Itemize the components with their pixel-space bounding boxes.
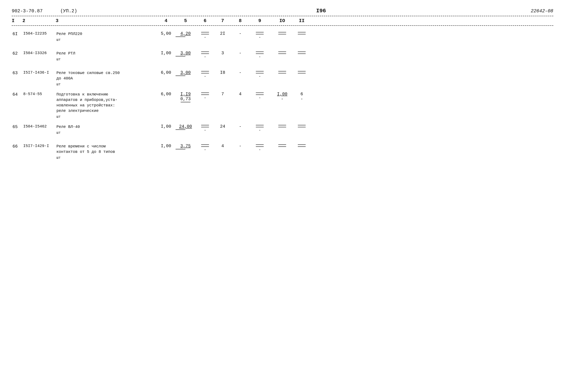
eq-sign	[256, 92, 264, 96]
unit-label: шт	[56, 114, 156, 119]
col6-val: -	[196, 51, 214, 59]
table-row: 66 I5I7-I429-I Реле времени с числомконт…	[12, 140, 553, 162]
col7-val: 2I	[214, 31, 231, 36]
col8-val: -	[231, 31, 249, 36]
col5-val: 3,00	[175, 51, 196, 56]
unit-label: шт	[56, 57, 156, 62]
col7-val: 7	[214, 92, 231, 97]
col10-val	[270, 31, 294, 35]
col-header-9: 9	[249, 18, 270, 23]
col-header-1: I	[12, 18, 22, 23]
col-header-10: IO	[270, 18, 294, 23]
table-row: 65 I504-I5462 Реле ВЛ-40 шт I,00 24,00 -…	[12, 121, 553, 140]
col7-val: I8	[214, 70, 231, 75]
eq-sign	[271, 144, 293, 148]
col-header-6: 6	[196, 18, 214, 23]
col9-val: -	[249, 51, 270, 59]
row-desc: Подготовка к включениюаппаратов и прибор…	[56, 92, 157, 119]
row-num: 6I	[12, 31, 22, 37]
col9-val: -	[249, 144, 270, 152]
col6-val: -	[196, 31, 214, 40]
col-header-3: 3	[56, 18, 157, 23]
header-left-code: 902-3-70.87	[12, 8, 42, 14]
col-header-5: 5	[175, 18, 196, 23]
col11-val	[294, 70, 310, 74]
eq-sign	[271, 124, 293, 128]
row-num: 65	[12, 124, 22, 129]
col5-val: 3,75	[175, 144, 196, 149]
row-id: I5I7-I436-I	[22, 70, 56, 75]
eq-sign	[295, 70, 309, 74]
row-id: I504-I2235	[22, 31, 56, 36]
row-id: I5I7-I429-I	[22, 144, 56, 148]
col6-val: -	[196, 92, 214, 100]
data-table: 6I I504-I2235 Реле РПЛ220 шт 5,00 4,20 -…	[12, 28, 553, 162]
col10-val	[270, 144, 294, 148]
col11-val	[294, 144, 310, 148]
col5-val: 4,20	[175, 31, 196, 37]
eq-sign	[201, 144, 209, 148]
col-header-8: 8	[231, 18, 249, 23]
col-header-4: 4	[157, 18, 175, 23]
eq-sign	[295, 51, 309, 55]
eq-sign	[271, 70, 293, 74]
eq-sign	[271, 51, 293, 55]
eq-sign	[256, 124, 264, 128]
col8-val: -	[231, 124, 249, 129]
col4-val: 5,00	[157, 31, 175, 36]
row-desc: Реле времени с числомконтактов от 5 до 8…	[56, 144, 157, 160]
col4-val: I,00	[157, 124, 175, 129]
eq-sign	[295, 31, 309, 35]
unit-label: шт	[56, 82, 156, 87]
col-header-11: II	[294, 18, 310, 23]
unit-label: шт	[56, 155, 156, 160]
eq-sign	[201, 51, 209, 55]
column-headers: I 2 3 4 5 6 7 8 9 IO II	[12, 16, 553, 26]
col10-val	[270, 124, 294, 128]
col8-val: -	[231, 70, 249, 75]
row-id: I504-I3326	[22, 51, 56, 55]
col-header-2: 2	[22, 18, 56, 23]
eq-sign	[256, 51, 264, 55]
col11-val: 6 -	[294, 92, 310, 101]
col7-val: 24	[214, 124, 231, 129]
col6-val: -	[196, 124, 214, 133]
eq-sign	[295, 124, 309, 128]
unit-label: шт	[56, 130, 156, 135]
eq-sign	[256, 144, 264, 148]
col5-val: I,I9 0,73	[175, 92, 196, 102]
col11-val	[294, 51, 310, 55]
col7-val: 4	[214, 144, 231, 149]
table-row: 64 8-574-55 Подготовка к включениюаппара…	[12, 88, 553, 121]
col5-val: 24,00	[175, 124, 196, 130]
col10-val: I,00 -	[270, 92, 294, 101]
col8-val: 4	[231, 92, 249, 97]
header-paren-code: (УП.2)	[60, 8, 77, 14]
header-right-code: 22642-08	[475, 8, 553, 14]
eq-sign	[295, 144, 309, 148]
col8-val: -	[231, 51, 249, 56]
row-desc: Реле РПЛ220 шт	[56, 31, 157, 42]
row-desc: Реле ВЛ-40 шт	[56, 124, 157, 135]
table-row: 62 I504-I3326 Реле РТЛ шт I,00 3,00 - 3 …	[12, 47, 553, 67]
eq-sign	[256, 31, 264, 35]
col10-val	[270, 51, 294, 55]
col9-val: -	[249, 31, 270, 40]
col4-val: I,00	[157, 144, 175, 149]
row-num: 64	[12, 92, 22, 97]
col8-val: -	[231, 144, 249, 149]
col6-val: -	[196, 70, 214, 79]
col-header-7: 7	[214, 18, 231, 23]
col11-val	[294, 124, 310, 128]
col7-val: 3	[214, 51, 231, 56]
col4-val: I,00	[157, 51, 175, 56]
eq-sign	[201, 70, 209, 74]
eq-sign	[201, 31, 209, 35]
col10-val	[270, 70, 294, 74]
col4-val: 6,00	[157, 70, 175, 75]
row-id: I504-I5462	[22, 124, 56, 129]
header: 902-3-70.87 (УП.2) I96 22642-08	[12, 8, 553, 14]
row-num: 62	[12, 51, 22, 56]
eq-sign	[201, 92, 209, 96]
table-row: 63 I5I7-I436-I Реле токовые силовые св.2…	[12, 67, 553, 88]
